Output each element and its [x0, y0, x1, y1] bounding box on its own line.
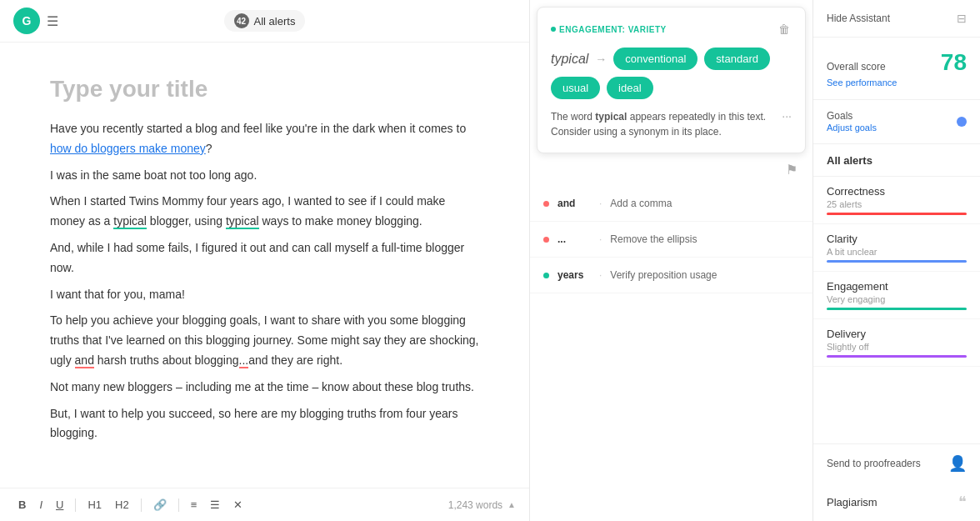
metric-delivery[interactable]: Delivery Slightly off: [813, 319, 980, 367]
doc-paragraph-2: I was in the same boat not too long ago.: [50, 166, 479, 186]
metric-clarity-name: Clarity: [827, 233, 967, 245]
word-count: 1,243 words: [448, 499, 502, 511]
suggestion-conventional[interactable]: conventional: [613, 48, 698, 70]
metric-delivery-name: Delivery: [827, 328, 967, 340]
highlight-typical-2: typical: [226, 214, 259, 229]
alert-item-desc-years: Verify preposition usage: [610, 269, 717, 281]
alerts-badge[interactable]: 42 All alerts: [224, 10, 306, 32]
goals-section[interactable]: Goals Adjust goals: [813, 100, 980, 144]
hide-assistant-button[interactable]: Hide Assistant: [827, 13, 890, 24]
metric-engagement[interactable]: Engagement Very engaging: [813, 272, 980, 319]
sidebar-layout-icon[interactable]: ⊟: [957, 12, 967, 25]
alert-item-desc-and: Add a comma: [610, 198, 672, 209]
alert-tag-dot: [551, 27, 556, 32]
flag-button[interactable]: ⚑: [784, 160, 799, 179]
h1-button[interactable]: H1: [82, 495, 107, 514]
toolbar-separator-2: [141, 498, 142, 512]
alerts-label: All alerts: [254, 15, 296, 28]
metric-correctness-bar: [827, 213, 967, 215]
alert-card-header: ENGAGEMENT: VARIETY 🗑: [551, 21, 792, 38]
all-alerts-section: All alerts: [813, 144, 980, 177]
unordered-list-button[interactable]: ☰: [205, 495, 225, 514]
alert-item-word-years: years: [558, 269, 591, 281]
alert-card-actions: 🗑: [777, 21, 792, 38]
doc-paragraph-3: When I started Twins Mommy four years ag…: [50, 192, 479, 232]
doc-paragraph-6: To help you achieve your blogging goals,…: [50, 311, 479, 370]
alert-dot-ellipsis: [543, 237, 549, 243]
toolbar-separator-3: [178, 498, 179, 512]
more-options-button[interactable]: ···: [782, 109, 792, 123]
original-word: typical: [551, 52, 588, 67]
link-button[interactable]: 🔗: [148, 495, 172, 514]
arrow-icon: →: [595, 53, 607, 66]
h2-button[interactable]: H2: [110, 495, 134, 514]
alert-tag-label: ENGAGEMENT: VARIETY: [559, 25, 667, 34]
editor-area: G ☰ 42 All alerts Type your title Have y…: [0, 0, 530, 521]
alert-item-word-and: and: [558, 198, 591, 209]
replacement-area: typical → conventional standard usual id…: [551, 48, 792, 99]
metric-correctness-sub: 25 alerts: [827, 199, 967, 209]
underline-button[interactable]: U: [51, 495, 68, 514]
metric-delivery-bar: [827, 355, 967, 358]
word-count-expand-icon[interactable]: ▲: [508, 500, 516, 509]
clear-format-button[interactable]: ✕: [228, 495, 248, 514]
metric-correctness-name: Correctness: [827, 185, 967, 198]
alert-explanation-text: The word typical appears repeatedly in t…: [551, 109, 782, 139]
metric-clarity-bar: [827, 260, 967, 263]
plagiarism-label: Plagiarism: [827, 496, 878, 508]
alert-dot-and: [543, 201, 549, 207]
metric-engagement-sub: Very engaging: [827, 294, 967, 304]
suggestion-usual[interactable]: usual: [551, 77, 600, 99]
sidebar-header: Hide Assistant ⊟: [813, 0, 980, 38]
alert-dot-years: [543, 273, 549, 278]
adjust-goals-link[interactable]: Adjust goals: [827, 123, 877, 133]
menu-icon[interactable]: ☰: [47, 13, 58, 29]
link-text[interactable]: how do bloggers make money: [50, 142, 206, 155]
goals-main-label: Goals: [827, 110, 852, 122]
alert-item-sep-1: ·: [599, 198, 602, 209]
metric-clarity-sub: A bit unclear: [827, 247, 967, 257]
alert-tag: ENGAGEMENT: VARIETY: [551, 25, 667, 34]
doc-paragraph-4: And, while I had some fails, I figured i…: [50, 238, 479, 278]
send-to-proofreaders[interactable]: Send to proofreaders 👤: [813, 443, 980, 483]
delete-alert-button[interactable]: 🗑: [777, 21, 792, 38]
alerts-list: and · Add a comma ... · Remove the ellip…: [530, 186, 812, 521]
bold-button[interactable]: B: [13, 495, 31, 514]
italic-button[interactable]: I: [34, 495, 48, 514]
overall-score-label: Overall score: [827, 61, 886, 73]
highlight-typical: typical: [113, 214, 147, 229]
overall-score-row: Overall score 78: [827, 49, 967, 76]
editor-header: G ☰ 42 All alerts: [0, 0, 529, 43]
engagement-card: ENGAGEMENT: VARIETY 🗑 typical → conventi…: [537, 7, 806, 153]
highlight-and: and: [75, 353, 94, 368]
doc-paragraph-8: But, I want to help you succeed, so here…: [50, 404, 479, 444]
all-alerts-label: All alerts: [827, 154, 872, 167]
see-performance-link[interactable]: See performance: [827, 78, 967, 88]
metric-delivery-sub: Slightly off: [827, 342, 967, 352]
badge-count: 42: [234, 13, 249, 28]
alert-item-and[interactable]: and · Add a comma: [530, 186, 812, 222]
send-label: Send to proofreaders: [827, 458, 921, 469]
alert-item-sep-2: ·: [599, 233, 602, 245]
editor-content[interactable]: Type your title Have you recently starte…: [0, 43, 529, 488]
ordered-list-button[interactable]: ≡: [186, 495, 202, 514]
alert-item-sep-3: ·: [599, 269, 602, 281]
goals-dot: [957, 117, 967, 127]
metric-correctness[interactable]: Correctness 25 alerts: [813, 177, 980, 224]
alerts-panel: ENGAGEMENT: VARIETY 🗑 typical → conventi…: [530, 0, 813, 521]
doc-title[interactable]: Type your title: [50, 76, 479, 103]
doc-body[interactable]: Have you recently started a blog and fee…: [50, 119, 479, 443]
alert-item-word-ellipsis: ...: [558, 233, 591, 245]
alert-item-years[interactable]: years · Verify preposition usage: [530, 258, 812, 293]
metric-clarity[interactable]: Clarity A bit unclear: [813, 224, 980, 272]
alert-item-ellipsis[interactable]: ... · Remove the ellipsis: [530, 222, 812, 258]
doc-paragraph-7: Not many new bloggers – including me at …: [50, 378, 479, 398]
plagiarism-item[interactable]: Plagiarism ❝: [813, 483, 980, 521]
metric-engagement-name: Engagement: [827, 280, 967, 293]
grammarly-logo: G ☰: [13, 8, 58, 34]
overall-score-num: 78: [941, 49, 967, 76]
grammarly-icon: G: [13, 8, 40, 34]
alert-item-desc-ellipsis: Remove the ellipsis: [610, 233, 697, 245]
suggestion-ideal[interactable]: ideal: [607, 77, 652, 99]
suggestion-standard[interactable]: standard: [704, 48, 770, 70]
